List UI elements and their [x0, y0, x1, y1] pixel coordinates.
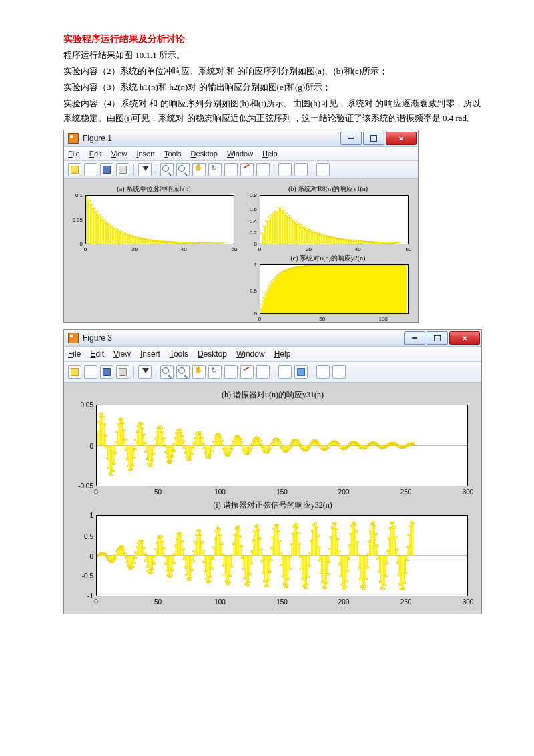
menu-window[interactable]: Window	[236, 349, 265, 359]
layout-icon[interactable]	[316, 365, 330, 379]
subplot-a-title: (a) 系统单位脉冲响应h(n)	[69, 183, 238, 195]
subplot-i	[96, 515, 468, 596]
legend-icon[interactable]	[294, 365, 308, 379]
figure3-toolbar	[64, 362, 481, 383]
zoom-in-icon[interactable]	[160, 365, 174, 379]
matlab-icon	[68, 133, 79, 144]
menu-desktop[interactable]: Desktop	[191, 150, 218, 158]
pointer-icon[interactable]	[138, 365, 152, 379]
separator-icon	[312, 366, 312, 378]
menu-edit[interactable]: Edit	[89, 150, 102, 158]
separator-icon	[156, 164, 156, 176]
figure3-plotarea: (h) 谐振器对u(n)的响应y31(n) 0.05 0 -0.05 0 50 …	[64, 383, 481, 614]
figure1-toolbar	[64, 161, 418, 179]
subplot-i-title: (i) 谐振器对正弦信号的响应y32(n)	[69, 498, 476, 512]
save-icon[interactable]	[100, 365, 113, 379]
figure1-titlebar[interactable]: Figure 1 ✕	[64, 130, 418, 147]
para-2: 实验内容（2）系统的单位冲响应、系统对 和 的响应序列分别如图(a)、(b)和(…	[63, 64, 481, 79]
new-figure-icon[interactable]	[68, 163, 81, 176]
zoom-out-icon[interactable]	[176, 163, 190, 176]
menu-help[interactable]: Help	[274, 349, 291, 359]
subplot-h	[96, 405, 468, 486]
menu-view[interactable]: View	[113, 349, 131, 359]
maximize-button[interactable]	[363, 132, 384, 145]
separator-icon	[134, 366, 134, 378]
para-4: 实验内容（4）系统对 和 的响应序列分别如图(h)和(i)所示。由图(h)可见，…	[63, 96, 481, 126]
figure1-plotarea: (a) 系统单位脉冲响应h(n) 0.1 0.05 0 0 20 40 60	[64, 179, 418, 322]
close-button[interactable]: ✕	[449, 331, 480, 345]
separator-icon	[134, 164, 134, 176]
separator-icon	[274, 164, 274, 176]
colorbar-icon[interactable]	[278, 163, 292, 176]
close-button[interactable]: ✕	[386, 132, 417, 145]
figure3-titlebar[interactable]: Figure 3 ✕	[64, 330, 481, 347]
rotate-icon[interactable]	[208, 365, 222, 379]
para-1: 程序运行结果如图 10.1.1 所示。	[63, 48, 481, 63]
open-icon[interactable]	[84, 365, 97, 379]
figure1-menubar: File Edit View Insert Tools Desktop Wind…	[64, 147, 418, 161]
pointer-icon[interactable]	[138, 163, 152, 176]
print-icon[interactable]	[116, 365, 129, 379]
para-3: 实验内容（3）系统 h1(n)和 h2(n)对 的输出响应分别如图(e)和(g)…	[63, 80, 481, 95]
menu-edit[interactable]: Edit	[90, 349, 104, 359]
figure3-window: Figure 3 ✕ File Edit View Insert Tools D…	[63, 329, 482, 614]
separator-icon	[274, 366, 274, 378]
menu-desktop[interactable]: Desktop	[198, 349, 227, 359]
menu-file[interactable]: File	[68, 349, 81, 359]
layout-icon[interactable]	[316, 163, 330, 176]
subplot-h-title: (h) 谐振器对u(n)的响应y31(n)	[69, 388, 476, 402]
figure1-window: Figure 1 ✕ File Edit View Insert Tools D…	[63, 130, 419, 323]
colorbar-icon[interactable]	[278, 365, 292, 379]
pan-icon[interactable]	[192, 163, 206, 176]
menu-file[interactable]: File	[68, 150, 80, 158]
subplot-b-title: (b) 系统对R8(n)的响应y1(n)	[244, 183, 413, 195]
subplot-c	[260, 264, 409, 314]
minimize-button[interactable]	[404, 331, 425, 345]
rotate-icon[interactable]	[208, 163, 222, 176]
new-figure-icon[interactable]	[68, 365, 81, 379]
subplot-b	[260, 195, 409, 244]
save-icon[interactable]	[100, 163, 113, 176]
menu-tools[interactable]: Tools	[170, 349, 188, 359]
menu-insert[interactable]: Insert	[136, 150, 155, 158]
link-icon[interactable]	[256, 365, 270, 379]
subplot-a	[85, 195, 234, 244]
datacursor-icon[interactable]	[224, 365, 238, 379]
zoom-out-icon[interactable]	[176, 365, 190, 379]
menu-help[interactable]: Help	[262, 150, 278, 158]
figure3-title: Figure 3	[83, 333, 404, 343]
separator-icon	[312, 164, 312, 176]
datacursor-icon[interactable]	[224, 163, 238, 176]
pan-icon[interactable]	[192, 365, 206, 379]
maximize-button[interactable]	[427, 331, 448, 345]
section-heading: 实验程序运行结果及分析讨论	[63, 33, 481, 45]
subplot-c-title: (c) 系统对u(n)的响应y2(n)	[244, 252, 413, 264]
open-icon[interactable]	[84, 163, 97, 176]
legend-icon[interactable]	[294, 163, 308, 176]
figure1-title: Figure 1	[83, 134, 340, 143]
brush-icon[interactable]	[240, 365, 254, 379]
menu-insert[interactable]: Insert	[140, 349, 160, 359]
zoom-in-icon[interactable]	[160, 163, 174, 176]
figure3-menubar: File Edit View Insert Tools Desktop Wind…	[64, 347, 481, 362]
minimize-button[interactable]	[340, 132, 362, 145]
brush-icon[interactable]	[240, 163, 254, 176]
print-icon[interactable]	[116, 163, 129, 176]
link-icon[interactable]	[256, 163, 270, 176]
matlab-icon	[68, 333, 79, 343]
menu-view[interactable]: View	[111, 150, 127, 158]
layout2-icon[interactable]	[332, 365, 346, 379]
menu-tools[interactable]: Tools	[164, 150, 182, 158]
menu-window[interactable]: Window	[227, 150, 253, 158]
separator-icon	[156, 366, 156, 378]
